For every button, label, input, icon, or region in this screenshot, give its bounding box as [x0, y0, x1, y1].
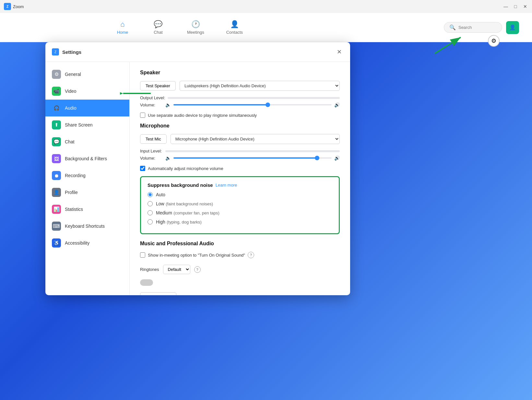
suppress-noise-box: Suppress background noise Learn more Aut…	[140, 176, 340, 234]
ringtone-select[interactable]: Default Chime None	[163, 265, 190, 274]
auto-adjust-label: Automatically adjust microphone volume	[148, 166, 223, 171]
noise-medium-row: Medium (computer fan, pen taps)	[148, 210, 332, 216]
nav-right: 🔍 👤	[444, 21, 519, 34]
contacts-icon: 👤	[230, 20, 239, 29]
input-level-row: Input Level:	[140, 149, 340, 153]
auto-adjust-row: Automatically adjust microphone volume	[140, 166, 340, 171]
sidebar-item-recording[interactable]: ⏺ Recording	[45, 167, 129, 184]
settings-content: Speaker Test Speaker Luidsprekers (High …	[130, 62, 350, 295]
noise-medium-radio[interactable]	[148, 210, 153, 215]
speaker-volume-slider[interactable]	[173, 104, 332, 105]
noise-high-label: High (typing, dog barks)	[156, 219, 202, 225]
sidebar-item-general[interactable]: ⚙ General	[45, 66, 129, 83]
chat-nav-label: Chat	[154, 30, 162, 35]
home-label: Home	[117, 30, 128, 35]
settings-close-button[interactable]: ✕	[335, 47, 344, 56]
keyboard-icon: ⌨	[52, 222, 61, 231]
mic-volume-row: Volume: 🔈 🔊	[140, 155, 340, 161]
nav-chat[interactable]: 💬 Chat	[147, 18, 170, 37]
home-icon: ⌂	[120, 20, 124, 29]
app-title: Zoom	[13, 4, 24, 9]
mic-device-select[interactable]: Microphone (High Definition Audio Device…	[171, 134, 340, 144]
sidebar-item-share-screen[interactable]: ⬆ Share Screen	[45, 116, 129, 133]
sidebar-label-audio: Audio	[65, 105, 77, 111]
mic-volume-slider[interactable]	[173, 157, 332, 159]
search-input[interactable]	[458, 25, 497, 30]
sidebar-item-keyboard[interactable]: ⌨ Keyboard Shortcuts	[45, 218, 129, 235]
statistics-icon: 📊	[52, 205, 61, 214]
sidebar-item-profile[interactable]: 👤 Profile	[45, 184, 129, 201]
nav-center: ⌂ Home 💬 Chat 🕐 Meetings 👤 Contacts	[111, 18, 247, 37]
learn-more-link[interactable]: Learn more	[216, 183, 237, 188]
original-sound-help-icon[interactable]: ?	[248, 252, 254, 258]
ringtone-row: Ringtones Default Chime None ?	[140, 265, 340, 274]
main-navbar: ⌂ Home 💬 Chat 🕐 Meetings 👤 Contacts 🔍 👤	[0, 13, 532, 42]
audio-icon: 🎧	[52, 103, 61, 113]
sidebar-label-profile: Profile	[65, 190, 78, 195]
search-box[interactable]: 🔍	[444, 22, 502, 33]
meetings-icon: 🕐	[191, 20, 200, 29]
sidebar-item-accessibility[interactable]: ♿ Accessibility	[45, 235, 129, 251]
original-sound-label: Show in-meeting option to "Turn On Origi…	[148, 253, 245, 258]
noise-low-radio[interactable]	[148, 201, 153, 206]
bg-filters-icon: 🖼	[52, 154, 61, 163]
sidebar-item-chat[interactable]: 💬 Chat	[45, 133, 129, 150]
sidebar-item-bg-filters[interactable]: 🖼 Background & Filters	[45, 150, 129, 167]
settings-title-row: Z Settings	[52, 48, 81, 55]
maximize-button[interactable]: □	[513, 4, 518, 9]
noise-low-row: Low (faint background noises)	[148, 201, 332, 207]
app-logo: Z Zoom	[4, 3, 24, 10]
window-controls: — □ ✕	[503, 4, 528, 9]
ringtone-label: Ringtones	[140, 267, 159, 272]
sidebar-label-video: Video	[65, 89, 77, 94]
speaker-form-row: Test Speaker Luidsprekers (High Definiti…	[140, 81, 340, 91]
toggle-placeholder	[140, 279, 153, 286]
mic-volume-label: Volume:	[140, 156, 163, 161]
nav-home[interactable]: ⌂ Home	[111, 18, 134, 37]
separate-audio-row: Use separate audio device to play ringto…	[140, 113, 340, 118]
nav-contacts[interactable]: 👤 Contacts	[222, 18, 247, 37]
contacts-label: Contacts	[226, 30, 243, 35]
speaker-vol-low-icon: 🔈	[165, 102, 171, 107]
noise-high-radio[interactable]	[148, 219, 153, 224]
microphone-section-title: Microphone	[140, 123, 340, 129]
settings-sidebar: ⚙ General 📹 Video 🎧 Audio ⬆ Share Screen…	[45, 62, 130, 295]
sidebar-item-video[interactable]: 📹 Video	[45, 83, 129, 100]
test-mic-button[interactable]: Test Mic	[140, 134, 167, 144]
noise-low-label: Low (faint background noises)	[156, 201, 213, 207]
advanced-button[interactable]: Advanced	[140, 292, 176, 295]
test-speaker-button[interactable]: Test Speaker	[140, 81, 176, 91]
sidebar-item-statistics[interactable]: 📊 Statistics	[45, 201, 129, 218]
speaker-vol-high-icon: 🔊	[334, 102, 340, 107]
original-sound-row: Show in-meeting option to "Turn On Origi…	[140, 252, 340, 258]
sidebar-item-audio[interactable]: 🎧 Audio	[45, 100, 129, 116]
chat-sidebar-icon: 💬	[52, 137, 61, 146]
separate-audio-checkbox[interactable]	[140, 113, 145, 118]
minimize-button[interactable]: —	[503, 4, 509, 9]
nav-meetings[interactable]: 🕐 Meetings	[183, 18, 209, 37]
separate-audio-label: Use separate audio device to play ringto…	[148, 113, 257, 118]
speaker-device-select[interactable]: Luidsprekers (High Definition Audio Devi…	[180, 81, 340, 91]
original-sound-checkbox[interactable]	[140, 252, 145, 258]
profile-icon: 👤	[52, 188, 61, 197]
sidebar-label-recording: Recording	[65, 173, 86, 178]
ringtone-help-icon[interactable]: ?	[194, 266, 201, 273]
music-section: Music and Professional Audio Show in-mee…	[140, 241, 340, 258]
noise-auto-radio[interactable]	[148, 192, 153, 197]
settings-gear-button[interactable]: ⚙	[488, 35, 500, 47]
noise-high-row: High (typing, dog barks)	[148, 219, 332, 225]
speaker-volume-row: Volume: 🔈 🔊	[140, 102, 340, 107]
noise-auto-row: Auto	[148, 192, 332, 198]
suppress-noise-title: Suppress background noise	[148, 182, 213, 188]
mic-form-row: Test Mic Microphone (High Definition Aud…	[140, 134, 340, 144]
close-window-button[interactable]: ✕	[522, 4, 528, 9]
recording-icon: ⏺	[52, 171, 61, 180]
mic-vol-high-icon: 🔊	[334, 155, 340, 161]
sidebar-label-keyboard: Keyboard Shortcuts	[65, 224, 105, 229]
sidebar-label-chat: Chat	[65, 139, 75, 144]
speaker-volume-label: Volume:	[140, 103, 163, 107]
video-icon: 📹	[52, 87, 61, 96]
profile-avatar-button[interactable]: 👤	[506, 21, 519, 34]
auto-adjust-checkbox[interactable]	[140, 166, 145, 171]
noise-auto-label: Auto	[156, 192, 165, 198]
